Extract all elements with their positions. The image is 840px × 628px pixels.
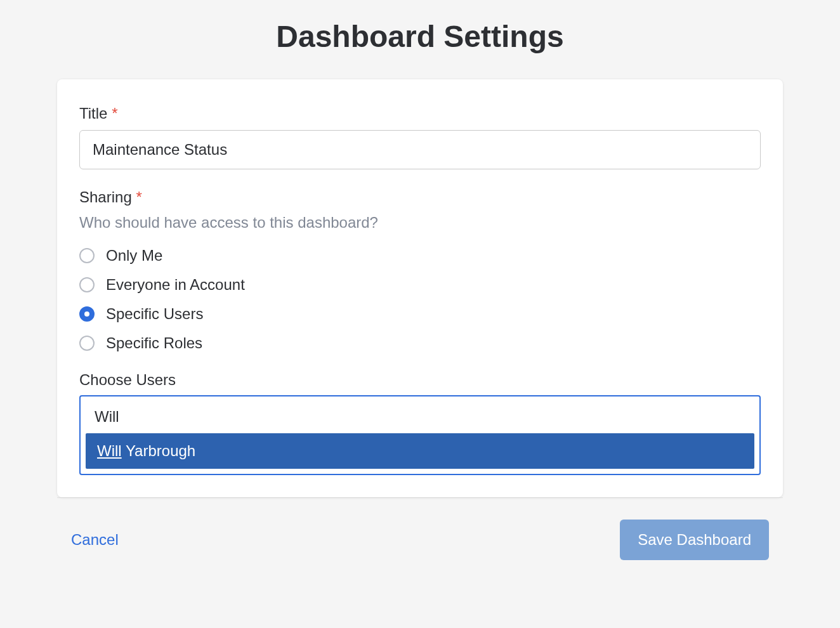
page-title: Dashboard Settings xyxy=(0,19,840,54)
choose-users-input[interactable] xyxy=(86,402,754,432)
required-asterisk-icon: * xyxy=(112,105,117,122)
radio-icon xyxy=(79,336,95,351)
choose-users-combobox[interactable]: Will Yarbrough xyxy=(79,395,761,475)
radio-icon xyxy=(79,248,95,263)
title-input[interactable] xyxy=(79,130,761,169)
save-dashboard-button[interactable]: Save Dashboard xyxy=(620,520,769,560)
radio-label: Everyone in Account xyxy=(106,276,245,294)
suggestion-match: Will xyxy=(97,442,122,459)
title-label: Title * xyxy=(79,105,761,122)
settings-card: Title * Sharing * Who should have access… xyxy=(57,79,783,497)
suggestion-rest: Yarbrough xyxy=(122,442,196,459)
choose-users-label: Choose Users xyxy=(79,371,761,389)
choose-users-suggestion[interactable]: Will Yarbrough xyxy=(86,433,754,469)
cancel-button[interactable]: Cancel xyxy=(71,531,119,549)
footer-actions: Cancel Save Dashboard xyxy=(57,497,783,560)
radio-label: Only Me xyxy=(106,247,162,265)
sharing-option-only-me[interactable]: Only Me xyxy=(79,247,761,265)
sharing-radio-group: Only Me Everyone in Account Specific Use… xyxy=(79,247,761,352)
sharing-label: Sharing * xyxy=(79,188,761,206)
sharing-option-specific-users[interactable]: Specific Users xyxy=(79,305,761,323)
required-asterisk-icon: * xyxy=(136,188,141,206)
radio-icon xyxy=(79,277,95,292)
radio-icon xyxy=(79,306,95,322)
sharing-option-everyone[interactable]: Everyone in Account xyxy=(79,276,761,294)
radio-label: Specific Roles xyxy=(106,334,202,352)
radio-label: Specific Users xyxy=(106,305,203,323)
sharing-option-specific-roles[interactable]: Specific Roles xyxy=(79,334,761,352)
sharing-help-text: Who should have access to this dashboard… xyxy=(79,214,761,232)
